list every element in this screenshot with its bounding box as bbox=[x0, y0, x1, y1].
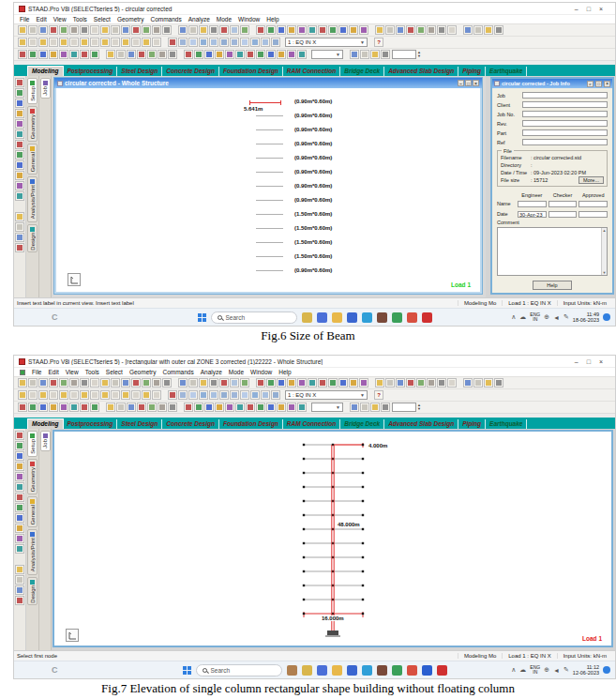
postprocessing-command-icon[interactable] bbox=[277, 50, 286, 59]
circular-repeat-icon[interactable] bbox=[152, 38, 161, 47]
measure-tool-icon[interactable] bbox=[158, 403, 167, 412]
minimize-icon[interactable]: – bbox=[575, 6, 578, 12]
renumber-nodes-icon[interactable] bbox=[131, 390, 141, 400]
renumber-nodes-icon[interactable] bbox=[131, 38, 141, 47]
module-tab[interactable]: Advanced Slab Design bbox=[384, 419, 458, 429]
select-nodes-cursor-icon[interactable] bbox=[15, 431, 24, 440]
paste-structure-icon[interactable] bbox=[49, 38, 58, 47]
spreadsheet-tool-icon[interactable] bbox=[15, 513, 24, 523]
cloud-icon[interactable]: ☁ bbox=[519, 313, 526, 321]
mirror-tool-icon[interactable] bbox=[127, 403, 136, 412]
restore-icon[interactable]: □ bbox=[587, 358, 591, 365]
geometry-cursor-icon[interactable] bbox=[59, 50, 68, 59]
print-preview-icon[interactable] bbox=[188, 378, 198, 387]
rotate-tool-icon[interactable] bbox=[116, 50, 126, 59]
analysis-command-icon[interactable] bbox=[266, 50, 276, 59]
module-tab[interactable]: Steel Design bbox=[117, 67, 162, 76]
new-window-icon[interactable] bbox=[256, 25, 265, 35]
select-parallel-icon[interactable] bbox=[15, 119, 24, 129]
photos-app-icon[interactable] bbox=[392, 312, 402, 323]
database-import-icon[interactable] bbox=[370, 50, 380, 59]
menu-item[interactable]: View bbox=[66, 369, 79, 375]
module-tab[interactable]: Bridge Deck bbox=[340, 67, 384, 76]
save-view-icon[interactable] bbox=[463, 378, 473, 387]
database-open-icon[interactable] bbox=[15, 212, 24, 221]
menu-item[interactable]: Select bbox=[106, 369, 123, 375]
add-node-icon[interactable] bbox=[59, 38, 68, 47]
solids-cursor-icon[interactable] bbox=[49, 403, 58, 412]
calendar-app-icon[interactable] bbox=[347, 665, 357, 676]
model-canvas[interactable]: 4.000m 48.000m 16.000m Load 1 bbox=[53, 430, 613, 647]
menu-item[interactable]: Geometry bbox=[117, 16, 144, 23]
pen-icon[interactable]: ✎ bbox=[563, 666, 569, 674]
pin-icon[interactable]: ⌕ bbox=[587, 81, 593, 87]
recall-view-icon[interactable] bbox=[473, 25, 483, 35]
cloud-icon[interactable]: ☁ bbox=[519, 666, 526, 674]
split-beam-tool-icon[interactable] bbox=[147, 403, 157, 412]
job-info-titlebar[interactable]: circular corrected - Job Info ⌕□× bbox=[492, 79, 612, 88]
capture-screen-icon[interactable] bbox=[240, 25, 249, 35]
loads-cursor-icon[interactable] bbox=[80, 50, 89, 59]
select-plates-cursor-icon[interactable] bbox=[15, 451, 24, 461]
annotation-display-icon[interactable] bbox=[447, 25, 457, 35]
measure-tool-icon[interactable] bbox=[158, 50, 167, 59]
zoom-next-icon[interactable] bbox=[240, 38, 249, 47]
query-tool-icon[interactable] bbox=[152, 25, 161, 35]
save-icon[interactable] bbox=[38, 378, 48, 387]
assign-support-icon[interactable] bbox=[194, 403, 203, 412]
chrome-browser-icon[interactable] bbox=[407, 665, 417, 676]
word-app-icon[interactable] bbox=[422, 665, 432, 676]
zoom-extents-icon[interactable] bbox=[219, 390, 229, 400]
new-file-icon[interactable] bbox=[18, 378, 27, 387]
staad-pro-icon[interactable] bbox=[422, 312, 432, 323]
module-tab[interactable]: RAM Connection bbox=[283, 419, 340, 429]
circular-repeat-icon[interactable] bbox=[152, 390, 161, 400]
redo-icon[interactable] bbox=[111, 378, 120, 387]
pan-view-icon[interactable] bbox=[250, 38, 260, 47]
fence-select-icon[interactable] bbox=[15, 150, 24, 160]
menu-item[interactable]: File bbox=[32, 369, 41, 375]
database-open-icon[interactable] bbox=[350, 50, 359, 59]
checker-date-input[interactable] bbox=[548, 211, 578, 218]
module-tab[interactable]: Concrete Design bbox=[162, 419, 219, 429]
report-tool-icon[interactable] bbox=[15, 181, 24, 190]
menu-item[interactable]: Mode bbox=[229, 369, 244, 375]
database-export-icon[interactable] bbox=[15, 243, 24, 252]
module-tab[interactable]: Foundation Design bbox=[219, 419, 283, 429]
structure-wizard-icon[interactable] bbox=[131, 25, 141, 35]
isometric-view-icon[interactable] bbox=[287, 378, 296, 387]
axis-display-icon[interactable] bbox=[427, 378, 436, 387]
menu-item[interactable]: Select bbox=[94, 16, 111, 23]
concrete-design-tool-icon[interactable] bbox=[297, 50, 307, 59]
select-connected-icon[interactable] bbox=[15, 129, 24, 139]
top-view-icon[interactable] bbox=[308, 25, 317, 35]
select-connected-icon[interactable] bbox=[15, 482, 24, 492]
file-explorer-icon[interactable] bbox=[302, 665, 312, 676]
center-view-icon[interactable] bbox=[261, 38, 270, 47]
units-tool-icon[interactable] bbox=[168, 50, 177, 59]
module-tab[interactable]: Foundation Design bbox=[219, 67, 283, 76]
calculator-tool-icon[interactable] bbox=[15, 171, 24, 180]
view-select[interactable]: ▼ bbox=[311, 50, 343, 59]
engineer-name-input[interactable] bbox=[518, 201, 547, 207]
windows-start-button[interactable] bbox=[198, 313, 206, 322]
break-beam-icon[interactable] bbox=[111, 390, 120, 400]
create-support-icon[interactable] bbox=[184, 50, 193, 59]
front-view-icon[interactable] bbox=[297, 378, 307, 387]
archive-structure-icon[interactable] bbox=[28, 38, 38, 47]
menu-item[interactable]: Analyze bbox=[201, 369, 222, 375]
redo-icon[interactable] bbox=[111, 25, 120, 35]
front-view-icon[interactable] bbox=[297, 25, 307, 35]
database-export-icon[interactable] bbox=[15, 596, 24, 605]
add-solid-icon[interactable] bbox=[90, 390, 99, 400]
import-file-icon[interactable] bbox=[230, 378, 239, 387]
page-setup-icon[interactable] bbox=[199, 25, 208, 35]
add-plate-icon[interactable] bbox=[80, 38, 89, 47]
scrollbar[interactable]: ▲▼ bbox=[601, 228, 607, 275]
field-input[interactable] bbox=[522, 101, 608, 108]
paste-structure-icon[interactable] bbox=[49, 390, 58, 400]
select-nodes-cursor-icon[interactable] bbox=[15, 78, 24, 87]
new-window-icon[interactable] bbox=[256, 378, 265, 387]
zoom-out-icon[interactable] bbox=[199, 38, 208, 47]
dimension-display-icon[interactable] bbox=[437, 25, 446, 35]
